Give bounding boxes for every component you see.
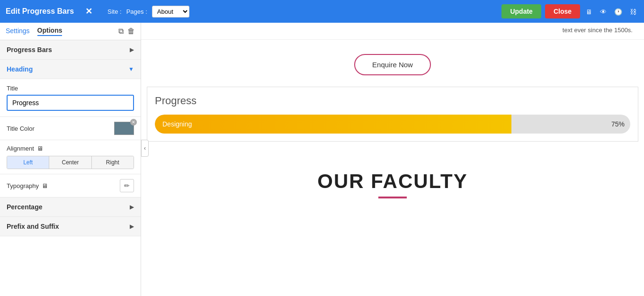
- section-percentage-arrow: ▶: [130, 204, 134, 210]
- alignment-row: Alignment 🖥 Left Center Right: [0, 140, 141, 174]
- title-field-label: Title: [7, 85, 134, 92]
- close-button[interactable]: Close: [545, 4, 580, 18]
- faculty-underline: [378, 197, 407, 198]
- panel-close-button[interactable]: ✕: [82, 5, 95, 18]
- align-left-button[interactable]: Left: [7, 156, 49, 169]
- partial-top-text: text ever since the 1500s.: [141, 23, 644, 40]
- pages-label: Pages :: [126, 8, 147, 15]
- site-label: Site :: [107, 8, 122, 15]
- section-heading-arrow: ▼: [128, 66, 134, 72]
- alignment-label: Alignment 🖥: [7, 145, 134, 152]
- monitor-icon[interactable]: [584, 6, 594, 18]
- section-heading-label: Heading: [7, 65, 33, 73]
- progress-section: Progress Designing 75%: [147, 87, 638, 142]
- progress-bar-percent: 75%: [611, 120, 625, 128]
- typography-edit-button[interactable]: ✏: [120, 179, 134, 192]
- alignment-monitor-icon: 🖥: [37, 145, 43, 152]
- typography-row: Typography 🖥 ✏: [0, 174, 141, 197]
- pages-select[interactable]: About Home Contact: [152, 6, 189, 18]
- title-color-clear[interactable]: ✕: [130, 119, 137, 126]
- alignment-buttons: Left Center Right: [7, 156, 134, 169]
- clock-icon[interactable]: [612, 6, 624, 18]
- section-progress-bars-label: Progress Bars: [7, 46, 52, 54]
- section-prefix-suffix-label: Prefix and Suffix: [7, 223, 59, 230]
- section-heading[interactable]: Heading ▼: [0, 60, 141, 79]
- section-prefix-suffix-arrow: ▶: [130, 223, 134, 230]
- enquire-area: Enquire Now: [141, 40, 644, 87]
- title-color-row: Title Color ✕: [0, 117, 141, 140]
- right-content-area: text ever since the 1500s. Enquire Now P…: [141, 23, 644, 296]
- section-percentage[interactable]: Percentage ▶: [0, 197, 141, 217]
- left-panel: Settings Options ⧉ 🗑 Progress Bars ▶ Hea…: [0, 23, 141, 296]
- delete-button[interactable]: 🗑: [127, 27, 135, 36]
- faculty-title: OUR FACULTY: [152, 170, 633, 193]
- section-progress-bars[interactable]: Progress Bars ▶: [0, 40, 141, 60]
- header-right-actions: Update Close: [501, 4, 638, 18]
- copy-button[interactable]: ⧉: [118, 27, 124, 36]
- tab-settings[interactable]: Settings: [6, 27, 30, 36]
- panel-collapse-arrow[interactable]: ‹: [141, 140, 149, 157]
- typography-label: Typography 🖥: [7, 182, 48, 189]
- progress-bar-fill: Designing: [155, 115, 511, 134]
- tab-options[interactable]: Options: [37, 27, 63, 36]
- progress-section-title: Progress: [155, 95, 630, 107]
- top-header: Edit Progress Bars ✕ Site : Pages : Abou…: [0, 0, 644, 23]
- tabs-row: Settings Options ⧉ 🗑: [0, 23, 141, 40]
- tab-icons: ⧉ 🗑: [118, 27, 135, 36]
- title-field-area: Title: [0, 79, 141, 117]
- main-body: Settings Options ⧉ 🗑 Progress Bars ▶ Hea…: [0, 23, 644, 296]
- section-prefix-suffix[interactable]: Prefix and Suffix ▶: [0, 217, 141, 236]
- faculty-section: OUR FACULTY: [141, 151, 644, 208]
- typography-monitor-icon: 🖥: [42, 182, 48, 189]
- progress-bar-label: Designing: [162, 120, 192, 128]
- progress-bar-wrap: Designing 75%: [155, 115, 630, 134]
- sitemap-icon[interactable]: [628, 6, 638, 18]
- eye-icon[interactable]: [598, 6, 608, 18]
- title-color-swatch-wrap: ✕: [114, 122, 134, 135]
- title-color-label: Title Color: [7, 125, 35, 132]
- enquire-now-button[interactable]: Enquire Now: [354, 54, 431, 75]
- section-progress-bars-arrow: ▶: [130, 46, 134, 53]
- align-center-button[interactable]: Center: [49, 156, 91, 169]
- panel-title: Edit Progress Bars: [6, 7, 74, 16]
- align-right-button[interactable]: Right: [92, 156, 134, 169]
- section-percentage-label: Percentage: [7, 203, 42, 211]
- update-button[interactable]: Update: [501, 4, 541, 18]
- title-input[interactable]: [7, 95, 134, 111]
